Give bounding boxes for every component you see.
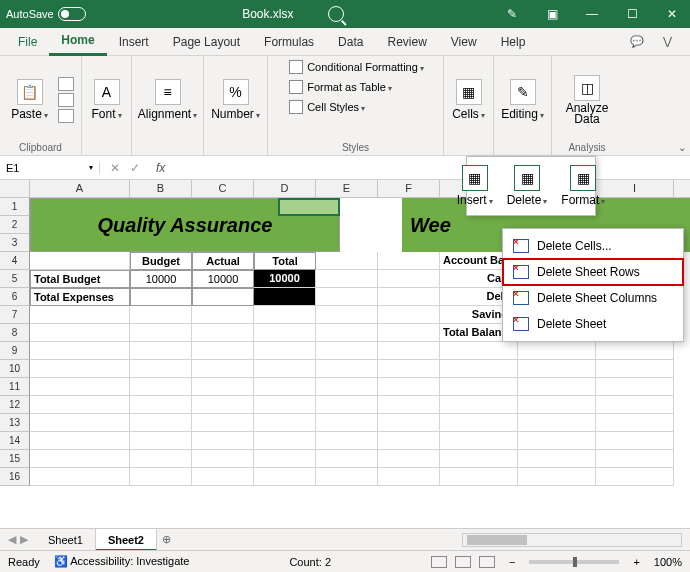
row-header[interactable]: 9: [0, 342, 30, 360]
cell[interactable]: [30, 450, 130, 468]
cell[interactable]: [192, 414, 254, 432]
pen-icon[interactable]: ✎: [500, 4, 524, 24]
cell[interactable]: [518, 414, 596, 432]
cell[interactable]: [596, 396, 674, 414]
cell[interactable]: [30, 324, 130, 342]
sheet-nav-next[interactable]: ▶: [20, 533, 28, 546]
cell[interactable]: Actual: [192, 252, 254, 270]
cell[interactable]: [440, 396, 518, 414]
cell[interactable]: [378, 396, 440, 414]
cell[interactable]: [596, 450, 674, 468]
page-break-view-icon[interactable]: [479, 556, 495, 568]
cell[interactable]: [192, 306, 254, 324]
cell[interactable]: [316, 324, 378, 342]
editing-button[interactable]: ✎ Editing: [497, 77, 548, 123]
sheet-tab-sheet1[interactable]: Sheet1: [36, 529, 96, 551]
search-icon[interactable]: [328, 6, 344, 22]
cell[interactable]: [316, 468, 378, 486]
cell[interactable]: [30, 378, 130, 396]
analyze-data-button[interactable]: ◫ Analyze Data: [558, 73, 616, 127]
select-all-corner[interactable]: [0, 180, 30, 197]
cell[interactable]: [378, 342, 440, 360]
cell-styles-button[interactable]: Cell Styles: [289, 100, 365, 114]
cell[interactable]: [378, 468, 440, 486]
cancel-formula-icon[interactable]: ✕: [110, 161, 120, 175]
cell[interactable]: [30, 432, 130, 450]
tab-help[interactable]: Help: [489, 28, 538, 56]
cell[interactable]: [378, 270, 440, 288]
cell[interactable]: [192, 288, 254, 306]
cell[interactable]: [596, 414, 674, 432]
cell[interactable]: [192, 468, 254, 486]
cell[interactable]: [254, 288, 316, 306]
cell[interactable]: Total: [254, 252, 316, 270]
zoom-in-button[interactable]: +: [633, 556, 639, 568]
cell[interactable]: [518, 450, 596, 468]
comments-icon[interactable]: 💬: [626, 33, 648, 51]
cell[interactable]: [316, 342, 378, 360]
row-header[interactable]: 5: [0, 270, 30, 288]
cell[interactable]: Total Budget: [30, 270, 130, 288]
cell[interactable]: [30, 252, 130, 270]
cell[interactable]: [316, 360, 378, 378]
cell[interactable]: [316, 414, 378, 432]
cell[interactable]: [316, 432, 378, 450]
tab-data[interactable]: Data: [326, 28, 375, 56]
enter-formula-icon[interactable]: ✓: [130, 161, 140, 175]
format-cells-button[interactable]: ▦ Format: [557, 163, 609, 209]
horizontal-scrollbar[interactable]: [462, 533, 682, 547]
cell[interactable]: [130, 450, 192, 468]
cell[interactable]: [192, 378, 254, 396]
row-header[interactable]: 15: [0, 450, 30, 468]
tab-formulas[interactable]: Formulas: [252, 28, 326, 56]
sheet-nav-prev[interactable]: ◀: [8, 533, 16, 546]
cell[interactable]: [254, 324, 316, 342]
ribbon-display-icon[interactable]: ▣: [540, 4, 564, 24]
close-button[interactable]: ✕: [660, 4, 684, 24]
cell[interactable]: [316, 378, 378, 396]
row-header[interactable]: 10: [0, 360, 30, 378]
cell[interactable]: 10000: [254, 270, 316, 288]
cell[interactable]: [30, 414, 130, 432]
col-header[interactable]: A: [30, 180, 130, 197]
cell[interactable]: [378, 306, 440, 324]
cell[interactable]: [130, 396, 192, 414]
format-as-table-button[interactable]: Format as Table: [289, 80, 392, 94]
cell[interactable]: [254, 306, 316, 324]
zoom-slider[interactable]: [529, 560, 619, 564]
cell[interactable]: [316, 288, 378, 306]
cell[interactable]: [440, 450, 518, 468]
cell[interactable]: [596, 378, 674, 396]
cell[interactable]: [254, 414, 316, 432]
row-header[interactable]: 14: [0, 432, 30, 450]
cell[interactable]: [130, 324, 192, 342]
cell[interactable]: [130, 342, 192, 360]
cut-icon[interactable]: [58, 77, 74, 91]
col-header[interactable]: B: [130, 180, 192, 197]
cell[interactable]: [254, 342, 316, 360]
cell[interactable]: [518, 342, 596, 360]
zoom-level[interactable]: 100%: [654, 556, 682, 568]
cell[interactable]: [596, 342, 674, 360]
cell[interactable]: [440, 414, 518, 432]
row-header[interactable]: 3: [0, 234, 30, 252]
page-layout-view-icon[interactable]: [455, 556, 471, 568]
format-painter-icon[interactable]: [58, 109, 74, 123]
row-header[interactable]: 4: [0, 252, 30, 270]
menu-delete-sheet-rows[interactable]: Delete Sheet Rows: [503, 259, 683, 285]
insert-cells-button[interactable]: ▦ Insert: [453, 163, 497, 209]
cell[interactable]: [316, 252, 378, 270]
tab-view[interactable]: View: [439, 28, 489, 56]
row-header[interactable]: 12: [0, 396, 30, 414]
cell[interactable]: [30, 306, 130, 324]
cell[interactable]: [440, 378, 518, 396]
cell[interactable]: [378, 414, 440, 432]
fx-label[interactable]: fx: [150, 161, 165, 175]
row-header[interactable]: 8: [0, 324, 30, 342]
autosave-toggle[interactable]: AutoSave: [6, 7, 86, 21]
paste-button[interactable]: 📋 Paste: [7, 77, 52, 123]
number-button[interactable]: % Number: [207, 77, 264, 123]
tab-home[interactable]: Home: [49, 28, 106, 56]
cell[interactable]: [192, 324, 254, 342]
tab-review[interactable]: Review: [375, 28, 438, 56]
